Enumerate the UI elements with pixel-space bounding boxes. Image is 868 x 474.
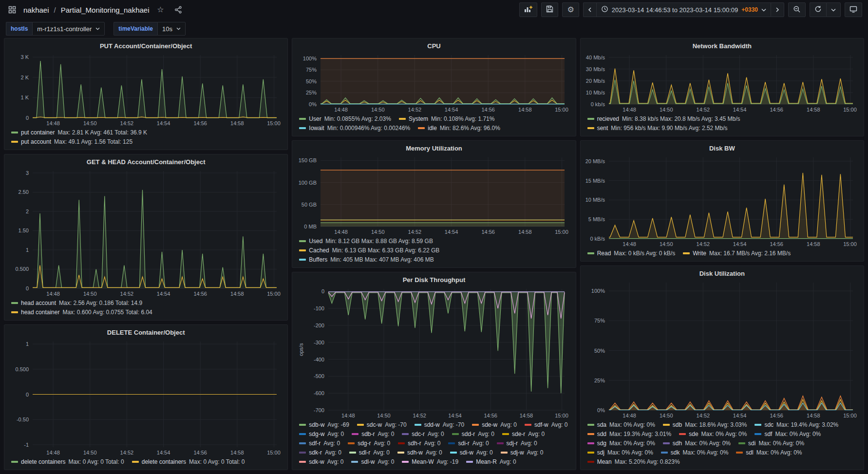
legend-item[interactable]: SystemMin: 0.108% Avg: 1.71%	[399, 114, 495, 123]
legend-item[interactable]: sdc-wAvg: -70	[357, 420, 407, 429]
chart-delete[interactable]: -1-0.5000.500114:4814:5014:5214:5414:561…	[9, 338, 283, 457]
legend-series-name: Cached	[309, 246, 329, 255]
legend-item[interactable]: sdjMax: 0% Avg: 0%	[587, 448, 653, 457]
panel-title[interactable]: Memory Utilization	[297, 143, 570, 153]
chart-memory[interactable]: 0 MB50 GB100 GB150 GB14:4814:5014:5214:5…	[297, 153, 570, 236]
legend-item[interactable]: sdh-rAvg: 0	[398, 439, 440, 448]
legend-swatch	[299, 452, 306, 454]
chart-put[interactable]: 01 K2 K3 K14:4814:5014:5214:5414:5614:58…	[9, 51, 283, 128]
time-range-picker-button[interactable]: 2023-03-14 14:46:53 to 2023-03-14 15:00:…	[596, 2, 771, 17]
panel-title[interactable]: CPU	[297, 41, 570, 51]
breadcrumb-dashboard[interactable]: Partial_Monitoring_nakhaei	[61, 6, 150, 14]
chart-cpu[interactable]: 0%25%50%75%100%14:4814:5014:5214:5414:56…	[297, 51, 570, 114]
chart-disk-bw[interactable]: 0 kB/s5 MB/s10 MB/s15 MB/s20 MB/s14:4814…	[585, 153, 859, 248]
legend-item[interactable]: sdg-rAvg: 0	[348, 439, 390, 448]
legend-item[interactable]: sdl-wAvg: 0	[351, 457, 394, 466]
add-panel-button[interactable]	[519, 2, 537, 17]
panel-title[interactable]: Disk BW	[585, 143, 859, 153]
legend-item[interactable]: put accountMax: 49.1 Avg: 1.56 Total: 12…	[11, 137, 281, 146]
legend-item[interactable]: head accountMax: 2.56 Avg: 0.186 Total: …	[11, 299, 281, 307]
legend-item[interactable]: delete containersMax: 0 Avg: 0 Total: 0	[11, 457, 124, 466]
legend-item[interactable]: Mean-RAvg: 0	[466, 457, 516, 466]
legend-cpu: UserMin: 0.0855% Avg: 2.03%SystemMin: 0.…	[297, 114, 570, 133]
legend-item[interactable]: delete containersMax: 0 Avg: 0 Total: 0	[132, 457, 245, 466]
dashboards-grid-icon[interactable]	[6, 3, 19, 16]
legend-item[interactable]: MeanMax: 5.20% Avg: 0.823%	[587, 457, 680, 466]
legend-series-name: sdg	[597, 439, 606, 448]
legend-item[interactable]: sdh-wAvg: 0	[397, 448, 442, 457]
legend-item[interactable]: sdbMax: 18.6% Avg: 3.03%	[663, 420, 747, 429]
legend-item[interactable]: sentMin: 956 kb/s Max: 9.90 Mb/s Avg: 2.…	[587, 124, 857, 133]
panel-title[interactable]: Per Disk Throughput	[297, 275, 570, 285]
dashboard-settings-button[interactable]: ⚙	[562, 2, 579, 17]
legend-item[interactable]: sdd-rAvg: 0	[452, 430, 494, 438]
legend-item[interactable]: sdcMax: 19.4% Avg: 3.02%	[755, 420, 838, 429]
legend-item[interactable]: sdf-wAvg: 0	[525, 420, 567, 429]
panel-title[interactable]: Network Bandwidth	[585, 41, 859, 51]
legend-item[interactable]: CachedMin: 6.13 GB Max: 6.33 GB Avg: 6.2…	[299, 246, 568, 255]
time-range-back-button[interactable]	[583, 2, 596, 17]
chart-network[interactable]: 0 kb/s10 Mb/s20 Mb/s30 Mb/s40 Mb/s14:481…	[585, 51, 859, 114]
legend-series-stats: Max: 19.3% Avg: 3.01%	[609, 430, 671, 438]
variable-timevariable-dropdown[interactable]: 10s	[157, 22, 186, 36]
legend-item[interactable]: UserMin: 0.0855% Avg: 2.03%	[299, 114, 391, 123]
legend-series-stats: Max: 0% Avg: 0%	[607, 448, 653, 457]
legend-item[interactable]: idleMin: 82.6% Avg: 96.0%	[418, 124, 500, 133]
panel-title[interactable]: GET & HEAD Account/Container/Object	[9, 157, 283, 167]
legend-item[interactable]: sdl-rAvg: 0	[349, 448, 390, 457]
refresh-dashboard-button[interactable]	[810, 2, 826, 17]
refresh-interval-button[interactable]	[826, 2, 841, 17]
svg-text:15:00: 15:00	[267, 120, 281, 126]
legend-item[interactable]: sdi-rAvg: 0	[448, 439, 489, 448]
zoom-out-time-button[interactable]	[788, 2, 806, 17]
panel-title[interactable]: PUT Account/Container/Object	[9, 41, 283, 51]
share-icon[interactable]	[172, 3, 185, 16]
legend-item[interactable]: sdaMax: 0% Avg: 0%	[587, 420, 655, 429]
cycle-view-mode-button[interactable]	[845, 2, 862, 17]
legend-item[interactable]: Mean-WAvg: -19	[402, 457, 458, 466]
time-range-forward-button[interactable]	[771, 2, 784, 17]
legend-item[interactable]: sdhMax: 0% Avg: 0%	[663, 439, 731, 448]
legend-item[interactable]: sdg-wAvg: 0	[299, 430, 344, 438]
save-dashboard-button[interactable]	[541, 2, 558, 17]
legend-swatch	[11, 302, 18, 304]
svg-text:14:58: 14:58	[520, 413, 533, 418]
legend-item[interactable]: sdkMax: 0% Avg: 0%	[661, 448, 729, 457]
legend-item[interactable]: ReadMax: 0 kB/s Avg: 0 kB/s	[587, 249, 676, 258]
chart-per-disk-throughput[interactable]: 0-100-200-300-400-500-600-70014:4814:501…	[297, 285, 570, 420]
legend-item[interactable]: sde-wAvg: 0	[472, 420, 517, 429]
legend-item[interactable]: sdgMax: 0% Avg: 0%	[587, 439, 655, 448]
legend-item[interactable]: WriteMax: 16.7 MB/s Avg: 2.16 MB/s	[683, 249, 791, 258]
breadcrumb-folder[interactable]: nakhaei	[23, 6, 49, 14]
legend-item[interactable]: sdb-wAvg: -69	[299, 420, 349, 429]
legend-item[interactable]: sdf-rAvg: 0	[299, 439, 340, 448]
svg-text:-700: -700	[314, 407, 324, 413]
legend-item[interactable]: sdeMax: 0% Avg: 0%	[679, 430, 747, 438]
panel-title[interactable]: DELETE Container/Object	[9, 327, 283, 338]
legend-item[interactable]: sdj-rAvg: 0	[497, 439, 537, 448]
legend-item[interactable]: sdfMax: 0% Avg: 0%	[755, 430, 821, 438]
chart-get-head[interactable]: 00.50011.5022.50314:4814:5014:5214:5414:…	[9, 167, 283, 298]
legend-item[interactable]: recievedMin: 8.38 kb/s Max: 20.8 Mb/s Av…	[587, 114, 857, 123]
variable-hostls-dropdown[interactable]: m-r1z1s1-controller	[32, 22, 105, 36]
panel-title[interactable]: Disk Utilization	[585, 268, 859, 279]
star-icon[interactable]: ☆	[154, 3, 167, 16]
legend-item[interactable]: UsedMin: 8.12 GB Max: 8.88 GB Avg: 8.59 …	[299, 237, 568, 246]
legend-item[interactable]: sddMax: 19.3% Avg: 3.01%	[587, 430, 672, 438]
legend-item[interactable]: put containerMax: 2.81 K Avg: 461 Total:…	[11, 128, 281, 137]
chart-disk-utilization[interactable]: 0%25%50%75%100%14:4814:5014:5214:5414:56…	[585, 279, 859, 420]
legend-swatch	[587, 433, 594, 435]
legend-item[interactable]: IowaitMin: 0.000946% Avg: 0.00246%	[299, 124, 410, 133]
legend-item[interactable]: sdiMax: 0% Avg: 0%	[738, 439, 804, 448]
legend-item[interactable]: sdc-rAvg: 0	[402, 430, 444, 438]
legend-item[interactable]: sde-rAvg: 0	[502, 430, 545, 438]
legend-item[interactable]: sdlMax: 0% Avg: 0%	[736, 448, 802, 457]
legend-item[interactable]: sdd-wAvg: -70	[415, 420, 465, 429]
legend-item[interactable]: head containerMax: 0.600 Avg: 0.0755 Tot…	[11, 308, 281, 317]
legend-item[interactable]: BuffersMin: 405 MB Max: 407 MB Avg: 406 …	[299, 255, 568, 264]
legend-item[interactable]: sdk-rAvg: 0	[299, 448, 341, 457]
legend-item[interactable]: sdk-wAvg: 0	[299, 457, 343, 466]
legend-item[interactable]: sdj-wAvg: 0	[501, 448, 544, 457]
legend-item[interactable]: sdi-wAvg: 0	[450, 448, 493, 457]
legend-item[interactable]: sdb-rAvg: 0	[352, 430, 394, 438]
